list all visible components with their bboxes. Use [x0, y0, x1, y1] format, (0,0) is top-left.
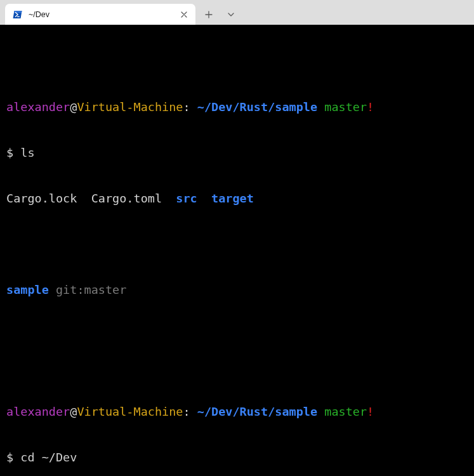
command-text: cd ~/Dev	[20, 451, 77, 464]
prompt-host: Virtual-Machine	[77, 405, 183, 418]
prompt-user: alexander	[6, 100, 70, 114]
command-text: ls	[20, 146, 34, 159]
prompt-path: ~/Dev/Rust/sample	[197, 405, 317, 418]
prompt-at: @	[70, 405, 77, 418]
tab-active[interactable]: ~/Dev	[5, 4, 195, 25]
terminal-viewport[interactable]: alexander@Virtual-Machine: ~/Dev/Rust/sa…	[0, 25, 474, 476]
prompt-path: ~/Dev/Rust/sample	[197, 100, 317, 114]
ls-short-output: Cargo.lock Cargo.toml src target	[6, 191, 468, 206]
prompt-dirty: !	[367, 100, 374, 114]
close-tab-button[interactable]	[179, 10, 189, 20]
prompt-ps1: $	[6, 146, 20, 159]
prompt-branch: master	[324, 405, 367, 418]
git-branch: master	[84, 283, 127, 296]
ls-item: Cargo.lock	[6, 192, 77, 205]
prompt-dirty: !	[367, 405, 374, 418]
prompt-host: Virtual-Machine	[77, 100, 183, 114]
prompt-ps1: $	[6, 451, 20, 464]
tab-dropdown-button[interactable]	[220, 4, 241, 25]
ls-item-dir: src	[176, 192, 197, 205]
prompt-sep: :	[183, 405, 197, 418]
tab-bar: ~/Dev	[0, 0, 474, 25]
prompt-line: alexander@Virtual-Machine: ~/Dev/Rust/sa…	[6, 100, 468, 115]
ls-item-dir: target	[211, 192, 254, 205]
new-tab-button[interactable]	[198, 4, 219, 25]
prompt-user: alexander	[6, 405, 70, 418]
blank-line	[6, 237, 468, 252]
git-status-line: sample git:master	[6, 282, 468, 298]
command-line: $ ls	[6, 145, 468, 161]
git-repo: sample	[6, 283, 49, 296]
tab-title: ~/Dev	[29, 7, 173, 22]
ls-item: Cargo.toml	[91, 192, 162, 205]
prompt-line: alexander@Virtual-Machine: ~/Dev/Rust/sa…	[6, 404, 468, 420]
prompt-at: @	[70, 100, 77, 114]
command-line: $ cd ~/Dev	[6, 450, 468, 465]
blank-line	[6, 328, 468, 343]
prompt-branch: master	[324, 100, 367, 114]
prompt-sep: :	[183, 100, 197, 114]
powershell-icon	[13, 10, 23, 20]
git-label: git:	[56, 283, 84, 296]
tabbar-controls	[198, 4, 241, 25]
